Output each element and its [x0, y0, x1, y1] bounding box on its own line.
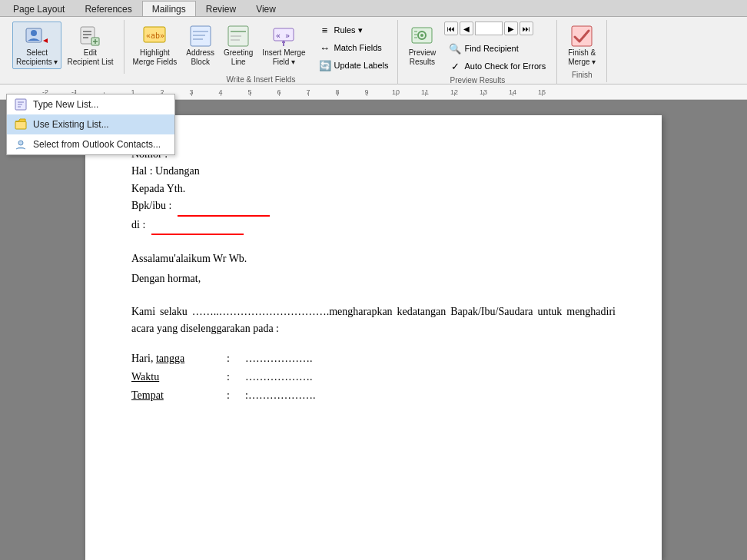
match-fields-icon: ↔ — [319, 41, 331, 54]
svg-rect-35 — [15, 121, 26, 129]
address-block-button[interactable]: AddressBlock — [182, 22, 218, 69]
auto-check-errors-icon: ✓ — [449, 60, 461, 72]
tab-view[interactable]: View — [246, 1, 286, 16]
doc-hari-row: Hari, tangga : ………………. — [131, 350, 616, 367]
select-outlook-contacts-label: Select from Outlook Contacts... — [33, 139, 161, 150]
doc-bpk-text: Bpk/ibu : — [131, 200, 172, 211]
ruler-mark: 5 — [235, 88, 264, 96]
type-new-list-icon — [15, 98, 27, 111]
update-labels-button[interactable]: 🔄 Update Labels — [314, 57, 393, 74]
write-insert-buttons-row: «ab» HighlightMerge Fields AddressBlock — [129, 22, 393, 74]
ruler-mark: 7 — [294, 88, 323, 96]
find-recipient-button[interactable]: 🔍 Find Recipient — [444, 40, 550, 57]
svg-text:«ab»: «ab» — [146, 31, 164, 40]
doc-waktu-label: Waktu — [131, 369, 224, 386]
doc-body-text: Kami selaku ……..………………………….mengharapkan … — [131, 306, 616, 334]
find-recipient-label: Find Recipient — [464, 44, 518, 53]
highlight-merge-fields-button[interactable]: «ab» HighlightMerge Fields — [129, 22, 181, 69]
ruler-mark: 15 — [527, 88, 556, 96]
finish-merge-icon — [569, 24, 594, 48]
tab-page-layout[interactable]: Page Layout — [3, 1, 75, 16]
finish-group-label: Finish — [572, 71, 593, 79]
ruler-mark: 10 — [381, 88, 410, 96]
svg-point-26 — [420, 34, 423, 37]
ruler-mark: 11 — [410, 88, 440, 96]
preview-nav: ⏮ ◀ ▶ ⏭ — [444, 22, 550, 35]
svg-point-37 — [18, 141, 23, 145]
match-fields-button[interactable]: ↔ Match Fields — [314, 39, 393, 56]
nav-prev-button[interactable]: ◀ — [460, 22, 473, 35]
doc-tempat-label: Tempat — [131, 387, 224, 404]
use-existing-list-item[interactable]: Use Existing List... — [7, 114, 174, 134]
doc-greeting1-text: Assalamu'alaikum Wr Wb. — [131, 253, 247, 264]
tab-review[interactable]: Review — [196, 1, 246, 16]
doc-di-text: di : — [131, 219, 145, 230]
doc-greeting2: Dengan hormat, — [131, 270, 616, 287]
doc-bpk-field — [178, 197, 270, 216]
doc-greeting2-text: Dengan hormat, — [131, 273, 201, 284]
doc-tempat-row: Tempat : :………………. — [131, 387, 616, 404]
rules-icon: ≡ — [319, 24, 331, 36]
preview-results-buttons-row: PreviewResults ⏮ ◀ ▶ ⏭ 🔍 Find Recipient — [404, 22, 550, 75]
ribbon-group-finish: Finish &Merge ▾ Finish — [557, 20, 607, 82]
update-labels-icon: 🔄 — [319, 59, 331, 71]
rules-label: Rules ▾ — [334, 25, 363, 35]
svg-text:«  »: « » — [276, 31, 290, 40]
nav-last-button[interactable]: ⏭ — [520, 22, 533, 35]
preview-results-icon — [410, 24, 434, 48]
insert-merge-field-button[interactable]: « » Insert MergeField ▾ — [258, 22, 309, 69]
nav-next-button[interactable]: ▶ — [504, 22, 518, 35]
use-existing-list-icon — [15, 118, 27, 131]
auto-check-errors-button[interactable]: ✓ Auto Check for Errors — [444, 58, 550, 75]
select-recipients-button[interactable]: SelectRecipients ▾ — [12, 22, 61, 69]
finish-merge-button[interactable]: Finish &Merge ▾ — [563, 22, 600, 69]
finish-buttons-row: Finish &Merge ▾ — [563, 22, 600, 69]
type-new-list-item[interactable]: Type New List... — [7, 94, 174, 114]
svg-point-1 — [31, 30, 37, 36]
rules-button[interactable]: ≡ Rules ▾ — [314, 22, 393, 38]
edit-recipient-list-icon — [78, 24, 102, 48]
write-insert-small-buttons: ≡ Rules ▾ ↔ Match Fields 🔄 Update Labels — [314, 22, 393, 74]
recipients-dropdown-menu: Type New List... Use Existing List... Se… — [6, 94, 175, 155]
ribbon-buttons-recipients: SelectRecipients ▾ EditRecipient List — [12, 22, 118, 69]
match-fields-label: Match Fields — [334, 43, 382, 52]
select-outlook-contacts-item[interactable]: Select from Outlook Contacts... — [7, 134, 174, 154]
highlight-merge-fields-icon: «ab» — [142, 24, 167, 48]
preview-results-button[interactable]: PreviewResults — [404, 22, 440, 69]
doc-tempat-value: :………………. — [245, 387, 616, 404]
nav-page-input[interactable] — [475, 22, 503, 35]
greeting-line-button[interactable]: GreetingLine — [220, 22, 257, 69]
doc-hal-text: Hal : Undangan — [131, 165, 200, 177]
doc-hari-value: ………………. — [245, 350, 616, 367]
tab-bar: Page Layout References Mailings Review V… — [0, 0, 747, 17]
doc-waktu-value: ………………. — [245, 369, 616, 386]
find-recipient-icon: 🔍 — [449, 42, 461, 55]
highlight-merge-fields-label: HighlightMerge Fields — [133, 48, 178, 67]
doc-schedule-table: Hari, tangga : ………………. Waktu : ………………. T… — [131, 350, 616, 405]
ribbon-group-write-insert: «ab» HighlightMerge Fields AddressBlock — [124, 20, 399, 87]
address-block-icon — [188, 24, 213, 48]
doc-bpk: Bpk/ibu : — [131, 197, 616, 216]
ruler-mark: 8 — [323, 88, 352, 96]
ribbon: SelectRecipients ▾ EditRecipient List — [0, 17, 747, 84]
doc-hal: Hal : Undangan — [131, 163, 616, 180]
preview-small-buttons: 🔍 Find Recipient ✓ Auto Check for Errors — [444, 40, 550, 75]
document-page: Nomor : Hal : Undangan Kepada Yth. Bpk/i… — [85, 115, 662, 560]
edit-recipient-list-button[interactable]: EditRecipient List — [63, 22, 117, 69]
doc-di-field — [151, 217, 244, 235]
ruler-mark: 12 — [440, 88, 469, 96]
edit-recipient-list-label: EditRecipient List — [67, 48, 113, 67]
nav-first-button[interactable]: ⏮ — [444, 22, 458, 35]
tab-mailings[interactable]: Mailings — [142, 1, 196, 16]
doc-body: Kami selaku ……..………………………….mengharapkan … — [131, 303, 616, 338]
svg-marker-36 — [15, 119, 25, 121]
finish-merge-label: Finish &Merge ▾ — [568, 48, 596, 67]
select-outlook-contacts-icon — [15, 138, 27, 151]
ruler-mark: 14 — [498, 88, 527, 96]
doc-hari-colon: : — [227, 350, 242, 367]
doc-tempat-colon: : — [227, 387, 242, 404]
tab-references[interactable]: References — [75, 1, 141, 16]
update-labels-label: Update Labels — [334, 61, 389, 70]
ruler-mark: 13 — [469, 88, 498, 96]
doc-hari-label: Hari, tangga — [131, 350, 224, 367]
